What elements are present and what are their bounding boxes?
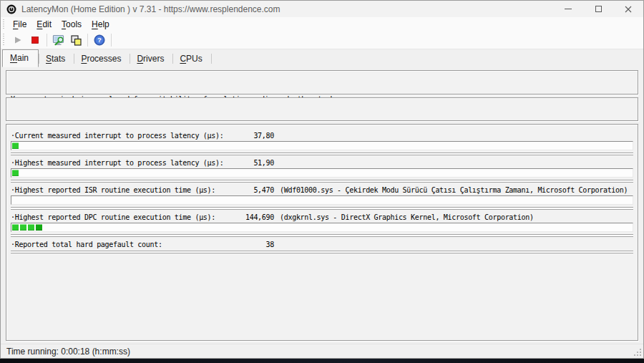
conclusion-panel: Conclusion: Your system appears to be su… — [6, 97, 638, 121]
overlapping-windows-icon — [70, 34, 82, 47]
section-divider — [11, 251, 633, 253]
toolbar-gripper — [3, 34, 4, 47]
metric-info: (Wdf01000.sys - Çekirdek Modu Sürücü Çat… — [280, 185, 628, 194]
metric-value: 38 — [241, 239, 274, 248]
menubar: File Edit Tools Help — [1, 17, 643, 32]
progress-bar — [11, 223, 633, 232]
progress-bar — [11, 141, 633, 150]
tab-drivers[interactable]: Drivers — [130, 51, 172, 67]
metric-current-latency: ·Current measured interrupt to process l… — [11, 130, 633, 155]
minimize-button[interactable] — [553, 1, 583, 17]
section-divider — [11, 207, 633, 210]
play-icon — [13, 35, 23, 45]
statusbar-text: Time running: 0:00:18 (h:mm:ss) — [6, 347, 130, 357]
resize-grip[interactable] — [633, 347, 642, 357]
titlebar: LatencyMon (Home Edition ) v 7.31 - http… — [1, 1, 643, 17]
metric-label: ·Highest reported DPC routine execution … — [11, 212, 241, 221]
section-divider — [11, 180, 633, 183]
close-button[interactable] — [613, 1, 643, 17]
tabstrip: Main Stats Processes Drivers CPUs — [1, 49, 643, 67]
metric-label: ·Current measured interrupt to process l… — [11, 130, 241, 140]
metric-value: 5,470 — [241, 185, 274, 194]
start-monitor-button[interactable] — [9, 32, 26, 48]
metric-label: ·Reported total hard pagefault count: — [11, 239, 241, 248]
toolbar-separator — [87, 34, 88, 47]
monitor-magnifier-icon — [52, 34, 65, 47]
progress-segment — [12, 224, 19, 231]
close-icon — [625, 6, 632, 13]
menu-tools[interactable]: Tools — [57, 18, 87, 31]
window-title: LatencyMon (Home Edition ) v 7.31 - http… — [21, 4, 280, 14]
progress-bar — [11, 168, 633, 178]
metric-pagefault-count: ·Reported total hard pagefault count: 38 — [11, 239, 633, 253]
svg-text:?: ? — [97, 36, 102, 44]
progress-segment — [20, 224, 26, 231]
menu-help[interactable]: Help — [87, 18, 114, 31]
menubar-gripper — [3, 19, 4, 29]
progress-bar — [11, 195, 633, 205]
menu-edit[interactable]: Edit — [31, 18, 57, 31]
progress-segment — [28, 224, 34, 231]
stop-monitor-button[interactable] — [26, 32, 44, 48]
latencymon-window: LatencyMon (Home Edition ) v 7.31 - http… — [0, 0, 644, 359]
metric-label: ·Highest reported ISR routine execution … — [11, 185, 241, 194]
metric-dpc-time: ·Highest reported DPC routine execution … — [11, 212, 633, 237]
menu-file[interactable]: File — [8, 18, 31, 31]
toolbar-separator — [47, 34, 47, 47]
desktop-background-strip — [0, 359, 644, 363]
section-divider — [11, 153, 633, 155]
metrics-panel: ·Current measured interrupt to process l… — [6, 124, 638, 341]
maximize-icon — [595, 6, 602, 12]
stop-icon — [30, 35, 40, 45]
maximize-button[interactable] — [583, 1, 613, 17]
progress-segment — [36, 224, 42, 231]
metric-info: (dxgkrnl.sys - DirectX Graphics Kernel, … — [280, 212, 534, 221]
statusbar: Time running: 0:00:18 (h:mm:ss) — [1, 344, 643, 358]
processes-button[interactable] — [67, 32, 84, 48]
tab-stats[interactable]: Stats — [39, 51, 74, 67]
help-icon: ? — [94, 34, 105, 46]
help-button[interactable]: ? — [91, 32, 108, 48]
window-controls — [553, 1, 643, 17]
tab-separator — [211, 54, 212, 64]
tab-cpus[interactable]: CPUs — [173, 51, 210, 67]
metric-highest-latency: ·Highest measured interrupt to process l… — [11, 158, 633, 183]
progress-segment — [12, 142, 19, 149]
metric-label: ·Highest measured interrupt to process l… — [11, 158, 241, 167]
toolbar: ? — [1, 32, 643, 49]
main-content: Your system is being analyzed for suitab… — [1, 67, 643, 344]
analysis-info-panel: Your system is being analyzed for suitab… — [6, 70, 638, 95]
toolbar-separator — [111, 34, 112, 47]
tab-main[interactable]: Main — [2, 49, 39, 67]
app-icon — [6, 4, 16, 14]
metric-isr-time: ·Highest reported ISR routine execution … — [11, 185, 633, 210]
analyze-button[interactable] — [50, 32, 67, 48]
section-divider — [11, 234, 633, 237]
tab-processes[interactable]: Processes — [74, 51, 130, 67]
metric-value: 37,80 — [241, 130, 274, 140]
metric-value: 144,690 — [241, 212, 274, 221]
metric-value: 51,90 — [241, 158, 274, 167]
progress-segment — [12, 170, 19, 176]
minimize-icon — [565, 9, 572, 9]
